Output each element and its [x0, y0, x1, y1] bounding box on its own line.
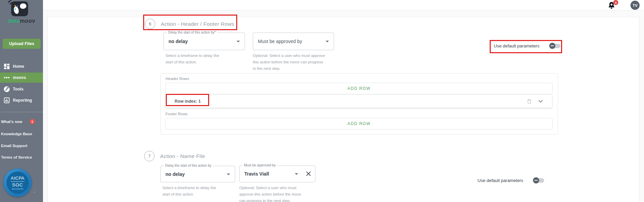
- wordmark-part-green: deta: [8, 18, 20, 24]
- chevron-down-icon: [326, 41, 329, 42]
- aicpa-soc-seal-inner: AICPA SOC aicpa.org/soc4so: [6, 171, 29, 194]
- trash-icon[interactable]: [526, 98, 532, 104]
- seal-text-aicpa: AICPA: [11, 176, 25, 181]
- sidebar-item-tools[interactable]: Tools: [0, 84, 43, 94]
- dashboard-icon: [4, 63, 10, 69]
- add-header-row-button[interactable]: ADD ROW: [165, 83, 553, 94]
- approver-select-step7[interactable]: Must be approved by Travis Viall: [239, 165, 315, 182]
- approver-select-placeholder: Must be approved by: [258, 33, 302, 50]
- whats-new-badge: 1: [30, 119, 35, 124]
- seal-text-soc: SOC: [12, 182, 23, 187]
- logo-shape: [20, 3, 26, 9]
- app-wordmark: detamoov: [0, 18, 43, 24]
- sidebar-item-label: moovs: [13, 75, 26, 80]
- sidebar-link-email-support[interactable]: Email Support: [1, 144, 27, 148]
- use-default-parameters-label-step7: Use default parameters: [478, 178, 523, 183]
- chevron-down-icon: [227, 174, 230, 175]
- approver-select-value: Travis Viall: [244, 166, 269, 182]
- bar-chart-icon: [4, 97, 10, 103]
- wrench-icon: [4, 86, 10, 92]
- header-rows-label: Header Rows: [165, 77, 189, 81]
- delay-select-step6[interactable]: Delay the start of this action by* no de…: [163, 33, 245, 50]
- toggle-knob-minus-icon: [533, 177, 539, 183]
- step-7-title: Action - Name File: [160, 153, 205, 159]
- wordmark-part-dark: moov: [20, 18, 35, 24]
- step-6-number: 6: [145, 19, 155, 29]
- seal-divider: [11, 181, 24, 182]
- upload-files-button[interactable]: Upload Files: [3, 39, 41, 49]
- add-footer-row-button[interactable]: ADD ROW: [165, 118, 553, 129]
- logo-dot-cyan: [15, 8, 16, 10]
- sidebar-item-label: Tools: [13, 87, 23, 92]
- top-bar: [43, 0, 644, 11]
- logo-shape: [13, 6, 19, 14]
- seal-trademark: ™: [33, 191, 35, 194]
- seal-text-url: aicpa.org/soc4so: [12, 188, 23, 190]
- header-row-item[interactable]: Row index: 1: [165, 95, 552, 108]
- approver-helper-step7: Optional: Select a user who must approve…: [239, 185, 304, 202]
- aicpa-soc-seal: AICPA SOC aicpa.org/soc4so: [3, 168, 32, 197]
- sidebar-item-label: Home: [13, 64, 24, 69]
- notification-count-badge: 4: [613, 0, 618, 5]
- delay-select-value: no delay: [165, 166, 185, 182]
- use-default-parameters-toggle-step7[interactable]: [533, 177, 545, 184]
- sidebar-item-label: Reporting: [13, 98, 32, 103]
- clear-selection-icon[interactable]: [306, 171, 311, 176]
- delay-select-value: no delay: [169, 33, 188, 50]
- delay-helper-step7: Select a timeframe to delay the start of…: [162, 185, 224, 198]
- sidebar-link-terms-of-service[interactable]: Terms of Service: [1, 155, 32, 159]
- sidebar-divider: [0, 112, 43, 112]
- sidebar: detamoov Upload Files Home moovs Tools R…: [0, 0, 43, 202]
- delay-helper-step6: Select a timeframe to delay the start of…: [165, 53, 227, 65]
- use-default-parameters-toggle-step6[interactable]: [549, 42, 561, 49]
- moovs-dots-icon: [4, 75, 10, 81]
- sidebar-item-reporting[interactable]: Reporting: [0, 95, 43, 105]
- app-logo-icon: [11, 1, 28, 16]
- step-7-number: 7: [144, 151, 155, 161]
- chevron-down-icon: [295, 173, 298, 175]
- logo-dot-blue: [17, 5, 18, 7]
- user-avatar[interactable]: TV: [630, 1, 640, 10]
- sidebar-item-home[interactable]: Home: [0, 61, 43, 72]
- footer-rows-label: Footer Rows: [165, 112, 187, 116]
- chevron-down-icon: [237, 41, 240, 42]
- logo-dot-yellow: [15, 5, 16, 6]
- delay-select-step7[interactable]: Delay the start of this action by no del…: [160, 166, 235, 182]
- sidebar-link-knowledge-base[interactable]: Knowledge Base: [1, 132, 32, 136]
- row-index-label: Row index: 1: [175, 95, 201, 108]
- sidebar-item-moovs[interactable]: moovs: [0, 73, 43, 83]
- use-default-parameters-label-step6: Use default parameters: [494, 43, 539, 48]
- approver-helper-step6: Optional: Select a user who must approve…: [253, 53, 327, 72]
- approver-select-step6[interactable]: Must be approved by: [253, 33, 334, 50]
- step-6-title: Action - Header / Footer Rows: [161, 21, 234, 27]
- sidebar-link-whats-new[interactable]: What's new: [1, 120, 22, 124]
- chevron-down-icon[interactable]: [538, 100, 543, 103]
- toggle-knob-minus-icon: [549, 43, 555, 49]
